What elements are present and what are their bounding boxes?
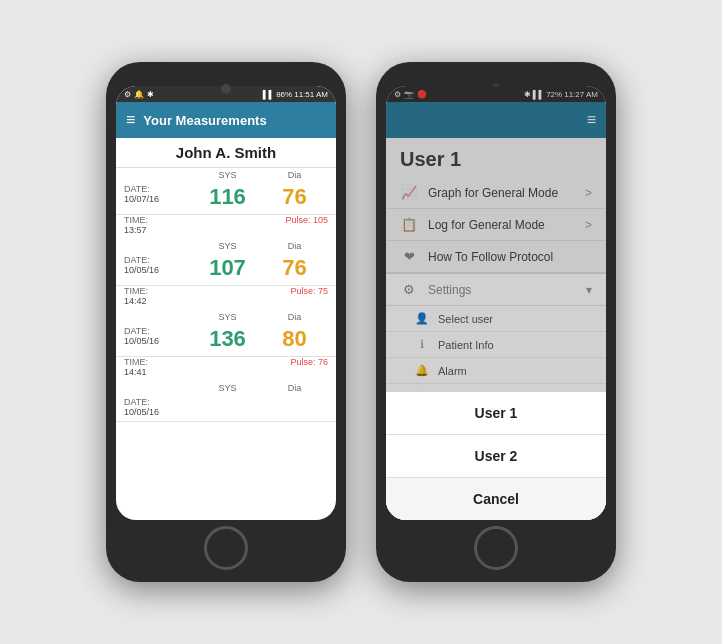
modal-cancel-button[interactable]: Cancel	[386, 478, 606, 520]
status-left-icons: ⚙ 🔔 ✱	[124, 90, 154, 99]
battery-text: 86%	[276, 90, 292, 99]
sys-value-2: 107	[194, 255, 261, 281]
status-bar-left: ⚙ 🔔 ✱ ▌▌ 86% 11:51 AM	[116, 86, 336, 102]
user-name: John A. Smith	[116, 138, 336, 168]
date-label-3: DATE: 10/05/16	[124, 326, 194, 352]
status-right-icons: ▌▌ 86% 11:51 AM	[263, 90, 328, 99]
time-label-3: TIME: 14:41	[124, 357, 194, 377]
signal-icon: ▌▌	[263, 90, 274, 99]
dia-value-2: 76	[261, 255, 328, 281]
date-label-2: DATE: 10/05/16	[124, 255, 194, 281]
blank-col	[124, 170, 194, 180]
meas-col-headers-3: SYS Dia	[116, 310, 336, 322]
phone-left-screen: ⚙ 🔔 ✱ ▌▌ 86% 11:51 AM ≡ Your Measurement…	[116, 86, 336, 520]
dia-value-4	[261, 397, 328, 417]
pulse-1: Pulse: 105	[194, 215, 328, 235]
phone-left: ⚙ 🔔 ✱ ▌▌ 86% 11:51 AM ≡ Your Measurement…	[106, 62, 346, 582]
time-label-1: TIME: 13:57	[124, 215, 194, 235]
app-header-left: ≡ Your Measurements	[116, 102, 336, 138]
table-row: DATE: 10/07/16 116 76	[116, 180, 336, 215]
table-row: DATE: 10/05/16	[116, 393, 336, 422]
bluetooth-icon: ✱	[147, 90, 154, 99]
modal-sheet: User 1 User 2 Cancel	[386, 392, 606, 520]
phone-right-screen: ⚙ 📷 🔴 ✱ ▌▌ 72% 11:27 AM ≡ User 1	[386, 86, 606, 520]
sys-col-header-1: SYS	[194, 170, 261, 180]
notification-icon: ⚙	[124, 90, 131, 99]
modal-overlay: User 1 User 2 Cancel	[386, 86, 606, 520]
dia-col-header-1: Dia	[261, 170, 328, 180]
date-label-4: DATE: 10/05/16	[124, 397, 194, 417]
time-row-3: TIME: 14:41 Pulse: 76	[116, 357, 336, 381]
dia-col-header-4: Dia	[261, 383, 328, 393]
dia-value-1: 76	[261, 184, 328, 210]
header-title-left: Your Measurements	[143, 113, 266, 128]
sys-col-header-3: SYS	[194, 312, 261, 322]
pulse-2: Pulse: 75	[194, 286, 328, 306]
meas-col-headers-2: SYS Dia	[116, 239, 336, 251]
scene: ⚙ 🔔 ✱ ▌▌ 86% 11:51 AM ≡ Your Measurement…	[106, 62, 616, 582]
table-row: DATE: 10/05/16 136 80	[116, 322, 336, 357]
sys-value-3: 136	[194, 326, 261, 352]
time-row-2: TIME: 14:42 Pulse: 75	[116, 286, 336, 310]
sys-col-header-2: SYS	[194, 241, 261, 251]
time-row-1: TIME: 13:57 Pulse: 105	[116, 215, 336, 239]
dia-value-3: 80	[261, 326, 328, 352]
sys-value-1: 116	[194, 184, 261, 210]
meas-col-headers-4: SYS Dia	[116, 381, 336, 393]
pulse-3: Pulse: 76	[194, 357, 328, 377]
time-label-2: TIME: 14:42	[124, 286, 194, 306]
dia-col-header-3: Dia	[261, 312, 328, 322]
sys-value-4	[194, 397, 261, 417]
message-icon: 🔔	[134, 90, 144, 99]
modal-option-user2[interactable]: User 2	[386, 435, 606, 478]
measurements-list: SYS Dia DATE: 10/07/16 116 76 TIME: 13:5…	[116, 168, 336, 520]
date-label-1: DATE: 10/07/16	[124, 184, 194, 210]
table-row: DATE: 10/05/16 107 76	[116, 251, 336, 286]
phone-right: ⚙ 📷 🔴 ✱ ▌▌ 72% 11:27 AM ≡ User 1	[376, 62, 616, 582]
hamburger-icon-left[interactable]: ≡	[126, 112, 135, 128]
modal-option-user1[interactable]: User 1	[386, 392, 606, 435]
dia-col-header-2: Dia	[261, 241, 328, 251]
meas-col-headers-1: SYS Dia	[116, 168, 336, 180]
sys-col-header-4: SYS	[194, 383, 261, 393]
time-text: 11:51 AM	[294, 90, 328, 99]
